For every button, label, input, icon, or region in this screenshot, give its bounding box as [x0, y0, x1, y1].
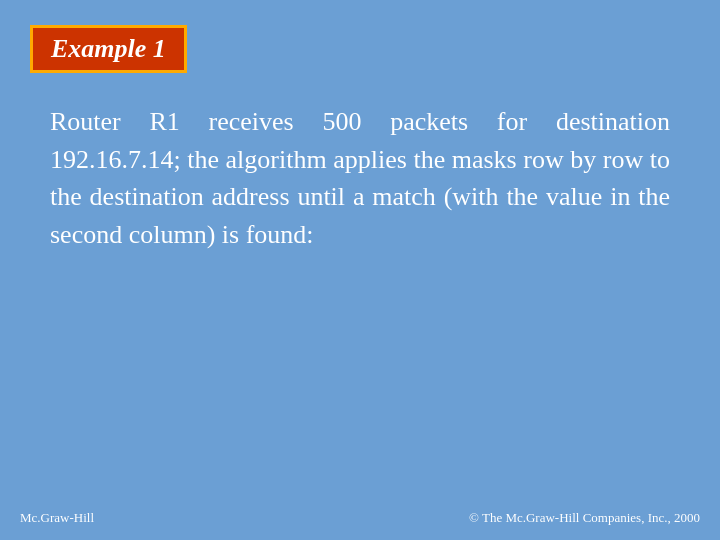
- body-content: Router R1 receives 500 packets for desti…: [30, 103, 690, 254]
- footer-right: © The Mc.Graw-Hill Companies, Inc., 2000: [469, 510, 700, 526]
- slide-title: Example 1: [51, 34, 166, 63]
- title-box: Example 1: [30, 25, 187, 73]
- body-text: Router R1 receives 500 packets for desti…: [50, 107, 670, 249]
- footer-left: Mc.Graw-Hill: [20, 510, 94, 526]
- slide-background: Example 1 Router R1 receives 500 packets…: [0, 0, 720, 540]
